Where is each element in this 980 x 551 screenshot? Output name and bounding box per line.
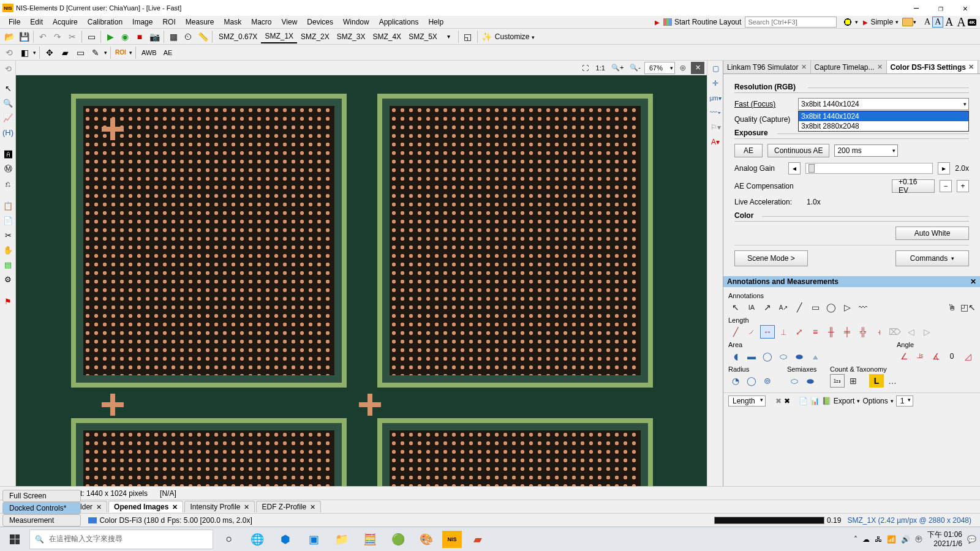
len-8-icon[interactable]: ╪ bbox=[840, 325, 854, 339]
font-size-xs[interactable]: A bbox=[922, 17, 932, 27]
fill-icon[interactable]: ▰ bbox=[58, 46, 72, 59]
continuous-ae-button[interactable]: Continuous AE bbox=[767, 144, 829, 157]
ang-2-icon[interactable]: ⫡ bbox=[913, 350, 927, 363]
len-1-icon[interactable]: ╱ bbox=[728, 325, 743, 339]
micrometer-icon[interactable]: µm▾ bbox=[709, 91, 722, 105]
histogram-icon[interactable]: (H) bbox=[1, 126, 15, 139]
dock-tab[interactable]: Color DS-Fi3 Settings✕ bbox=[887, 61, 978, 73]
len-2-icon[interactable]: ⟋ bbox=[744, 325, 759, 339]
search-input[interactable] bbox=[745, 17, 837, 28]
profile-icon[interactable]: 📈 bbox=[1, 111, 15, 124]
close-icon[interactable]: ✕ bbox=[244, 503, 249, 511]
close-view-icon[interactable]: ✕ bbox=[691, 62, 704, 74]
mouse-icon[interactable]: 🖱 bbox=[944, 301, 959, 314]
rep-3-icon[interactable]: 📗 bbox=[822, 397, 831, 405]
redo-icon[interactable]: ↷ bbox=[51, 30, 64, 43]
calc-icon[interactable]: 🧮 bbox=[358, 530, 382, 549]
area-5-icon[interactable]: ⬬ bbox=[792, 350, 807, 363]
chrome-icon[interactable]: 🟢 bbox=[386, 530, 410, 549]
camera-icon[interactable]: 📷 bbox=[148, 30, 161, 43]
close-icon[interactable]: ✕ bbox=[172, 503, 178, 511]
paint-icon[interactable]: 🎨 bbox=[414, 530, 439, 549]
undo-all-icon[interactable]: ⟲ bbox=[1, 62, 15, 75]
len-6-icon[interactable]: ≡ bbox=[808, 325, 823, 339]
cursor-icon[interactable]: ↖ bbox=[1, 81, 15, 95]
layout-tab[interactable]: Docked Controls* bbox=[2, 502, 81, 514]
dock-tab[interactable]: Capture Timelap...✕ bbox=[811, 61, 887, 73]
area-1-icon[interactable]: ◖ bbox=[728, 350, 743, 363]
res-option-1[interactable]: 3x8bit 1440x1024 bbox=[799, 111, 968, 121]
tray-up-icon[interactable]: ˄ bbox=[854, 535, 858, 544]
area-4-icon[interactable]: ⬭ bbox=[776, 350, 791, 363]
zoom-preset-SMZ1X[interactable]: SMZ_1X bbox=[261, 30, 297, 43]
ang-4-icon[interactable]: ◿ bbox=[960, 350, 975, 363]
scene-mode-button[interactable]: Scene Mode > bbox=[734, 250, 808, 266]
menu-calibration[interactable]: Calibration bbox=[83, 17, 127, 28]
edge-measure-icon[interactable]: ⎌ bbox=[1, 177, 15, 190]
font-size-m[interactable]: A bbox=[943, 16, 955, 29]
roi-icon[interactable]: ROI bbox=[114, 46, 127, 59]
zoom-out-icon[interactable]: 🔍- bbox=[627, 62, 643, 74]
play-live-icon[interactable]: ▶ bbox=[104, 30, 117, 43]
start-button[interactable] bbox=[4, 530, 26, 549]
minimize-button[interactable]: ─ bbox=[904, 1, 929, 15]
menu-edit[interactable]: Edit bbox=[25, 17, 48, 28]
close-icon[interactable]: ✕ bbox=[970, 277, 976, 286]
record-icon[interactable]: ◉ bbox=[118, 30, 132, 43]
ang-1-icon[interactable]: ∠ bbox=[897, 350, 911, 363]
menu-macro[interactable]: Macro bbox=[246, 17, 276, 28]
count-2-icon[interactable]: ⊞ bbox=[846, 374, 861, 388]
menu-window[interactable]: Window bbox=[338, 17, 374, 28]
rad-1-icon[interactable]: ◔ bbox=[728, 374, 743, 388]
rad-3-icon[interactable]: ⊚ bbox=[760, 374, 775, 388]
explorer-icon[interactable]: 📁 bbox=[330, 530, 354, 549]
edge-icon[interactable]: 🌐 bbox=[245, 530, 270, 549]
text-arrow-icon[interactable]: A↗ bbox=[776, 301, 791, 314]
layers-icon[interactable]: ▤ bbox=[1, 258, 15, 271]
undo-icon[interactable]: ↶ bbox=[36, 30, 50, 43]
menu-roi[interactable]: ROI bbox=[157, 17, 180, 28]
arrow-tool-icon[interactable]: ↗ bbox=[760, 301, 775, 314]
auto-white-button[interactable]: Auto White bbox=[895, 227, 969, 240]
doc-tab[interactable]: Opened Images✕ bbox=[108, 501, 183, 512]
zoom-preset-SMZ4X[interactable]: SMZ_4X bbox=[369, 30, 405, 43]
pointer-icon[interactable]: ✥ bbox=[43, 46, 56, 59]
ppt-icon[interactable]: ▰ bbox=[466, 530, 490, 549]
del-all-icon[interactable]: ✖ bbox=[784, 397, 790, 405]
tray-vol-icon[interactable]: 🔊 bbox=[901, 535, 910, 544]
rect-tool-icon[interactable]: ▭ bbox=[808, 301, 823, 314]
gear-icon[interactable]: ⚙ bbox=[1, 272, 15, 286]
cut-icon[interactable]: ✂ bbox=[66, 30, 79, 43]
menu-devices[interactable]: Devices bbox=[302, 17, 338, 28]
len-9-icon[interactable]: ╬ bbox=[856, 325, 870, 339]
wand-icon[interactable]: ✨ bbox=[480, 30, 494, 43]
gain-slider[interactable] bbox=[805, 163, 933, 174]
len-5-icon[interactable]: ⤢ bbox=[792, 325, 807, 339]
len-4-icon[interactable]: ⟂ bbox=[776, 325, 791, 339]
fit-icon[interactable]: ⛶ bbox=[579, 62, 592, 74]
annotations-header[interactable]: Annotations and Measurements✕ bbox=[723, 276, 980, 287]
del-last-icon[interactable]: ✖ bbox=[775, 397, 782, 405]
4k-badge[interactable]: 4K bbox=[968, 19, 976, 26]
simple-button[interactable]: Simple bbox=[868, 18, 895, 26]
options-button[interactable]: Options bbox=[862, 397, 888, 405]
nis-task-icon[interactable]: NIS bbox=[442, 531, 462, 548]
arrow-left-icon[interactable]: ⟲ bbox=[2, 46, 16, 59]
more-icon[interactable]: … bbox=[885, 374, 900, 388]
select-all-icon[interactable]: ◰↖ bbox=[960, 301, 975, 314]
zoom-more-icon[interactable]: ▾ bbox=[442, 30, 456, 43]
tax-icon[interactable]: L bbox=[869, 374, 884, 388]
pointer-tool-icon[interactable]: ↖ bbox=[728, 301, 743, 314]
close-icon[interactable]: ✕ bbox=[801, 63, 807, 71]
menu-view[interactable]: View bbox=[277, 17, 303, 28]
commands-button[interactable]: Commands▾ bbox=[895, 250, 969, 266]
zoom-preset-SMZ5X[interactable]: SMZ_5X bbox=[405, 30, 441, 43]
magnify-icon[interactable]: 🔍 bbox=[1, 96, 15, 110]
close-button[interactable]: ✕ bbox=[953, 1, 978, 15]
cortana-icon[interactable]: ○ bbox=[217, 530, 241, 549]
area-6-icon[interactable]: ⟁ bbox=[808, 350, 823, 363]
ae-button[interactable]: AE bbox=[161, 46, 175, 59]
rad-2-icon[interactable]: ◯ bbox=[744, 374, 759, 388]
area-2-icon[interactable]: ▬ bbox=[744, 350, 759, 363]
rect-icon[interactable]: ▭ bbox=[74, 46, 87, 59]
